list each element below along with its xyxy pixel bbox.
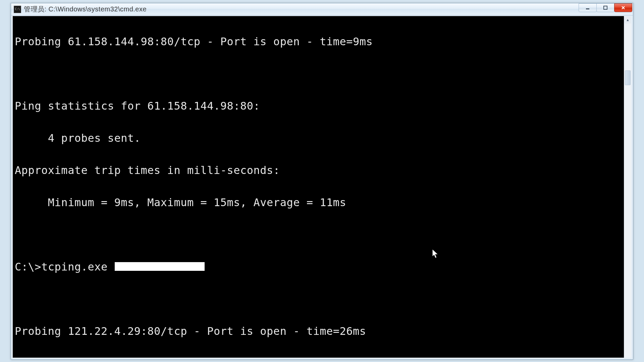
output-line: Ping statistics for 61.158.144.98:80: bbox=[15, 98, 622, 114]
close-icon bbox=[621, 5, 626, 10]
close-button[interactable] bbox=[614, 3, 632, 12]
redacted-hostname bbox=[115, 262, 205, 271]
minimize-button[interactable] bbox=[579, 3, 597, 12]
output-line: Probing 121.22.4.29:80/tcp - Port is ope… bbox=[15, 323, 622, 339]
vertical-scroll-thumb[interactable] bbox=[625, 70, 631, 85]
maximize-button[interactable] bbox=[596, 3, 614, 12]
prompt-text: C:\>tcping.exe bbox=[15, 260, 114, 273]
maximize-icon bbox=[603, 5, 608, 10]
output-line: Probing 61.158.144.98:80/tcp - Port is o… bbox=[15, 34, 622, 50]
vertical-scrollbar[interactable]: ▲ ▼ bbox=[624, 16, 631, 359]
svg-rect-0 bbox=[586, 8, 589, 9]
scroll-up-button[interactable]: ▲ bbox=[624, 16, 631, 23]
output-line: Probing 121.22.4.29:80/tcp - Port is ope… bbox=[15, 355, 622, 359]
chevron-up-icon: ▲ bbox=[626, 18, 630, 22]
vertical-scroll-track[interactable] bbox=[624, 23, 631, 359]
titlebar[interactable]: 管理员: C:\Windows\system32\cmd.exe bbox=[11, 3, 633, 15]
svg-rect-1 bbox=[604, 6, 607, 9]
output-line: 4 probes sent. bbox=[15, 130, 622, 146]
cmd-icon bbox=[14, 6, 21, 13]
window-controls bbox=[579, 3, 632, 12]
command-line: C:\>tcping.exe bbox=[15, 259, 622, 275]
terminal-output[interactable]: Probing 61.158.144.98:80/tcp - Port is o… bbox=[13, 16, 624, 359]
client-area: Probing 61.158.144.98:80/tcp - Port is o… bbox=[11, 15, 633, 359]
output-line: Approximate trip times in milli-seconds: bbox=[15, 162, 622, 178]
minimize-icon bbox=[585, 5, 590, 10]
window-title: 管理员: C:\Windows\system32\cmd.exe bbox=[24, 5, 147, 14]
output-line: Minimum = 9ms, Maximum = 15ms, Average =… bbox=[15, 194, 622, 210]
cmd-window: 管理员: C:\Windows\system32\cmd.exe Probing… bbox=[11, 3, 633, 360]
